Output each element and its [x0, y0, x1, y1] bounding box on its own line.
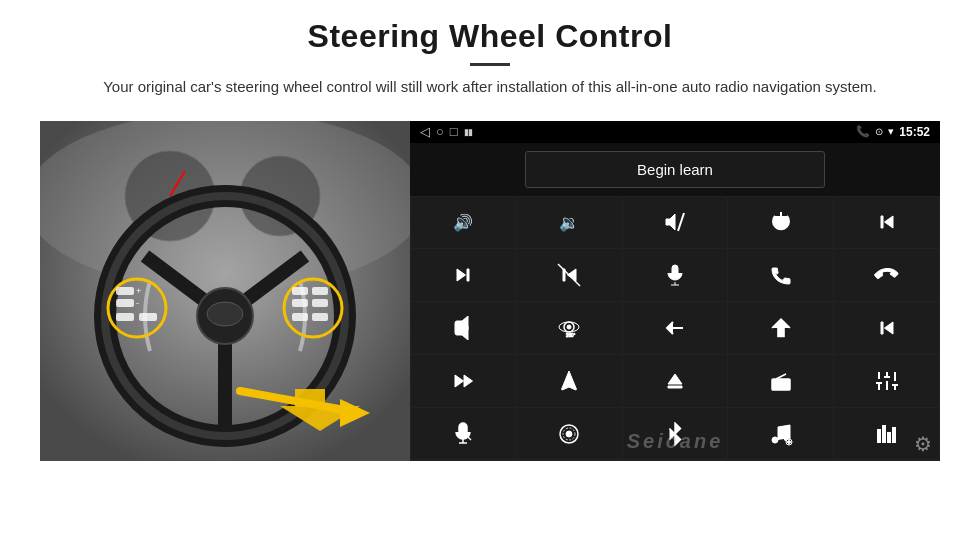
svg-line-34	[558, 264, 580, 286]
prev-track-end-button[interactable]	[834, 197, 939, 249]
power-button[interactable]	[728, 197, 833, 249]
steering-wheel-image: + -	[40, 121, 410, 461]
svg-rect-14	[116, 287, 134, 295]
vol-up-button[interactable]: 🔊	[411, 197, 516, 249]
phone-call-button[interactable]	[728, 249, 833, 301]
fast-fwd-button[interactable]	[411, 355, 516, 407]
begin-learn-button[interactable]: Begin learn	[525, 151, 825, 188]
recents-nav-icon[interactable]: □	[450, 124, 458, 139]
radio-button[interactable]	[728, 355, 833, 407]
controls-grid: 🔊 🔉	[410, 196, 940, 461]
svg-rect-19	[139, 313, 157, 321]
svg-rect-25	[292, 313, 308, 321]
skip-fwd-button[interactable]	[411, 249, 516, 301]
horn-button[interactable]	[411, 302, 516, 354]
android-statusbar: ◁ ○ □ ▮▮ 📞 ⊙ ▾ 15:52	[410, 121, 940, 143]
svg-rect-23	[292, 299, 308, 307]
svg-rect-15	[116, 299, 134, 307]
location-icon: ⊙	[875, 126, 883, 137]
android-screen: ◁ ○ □ ▮▮ 📞 ⊙ ▾ 15:52 Begin learn	[410, 121, 940, 461]
svg-point-37	[567, 325, 571, 329]
content-row: + -	[40, 121, 940, 461]
svg-rect-67	[888, 433, 890, 442]
statusbar-right: 📞 ⊙ ▾ 15:52	[856, 125, 930, 139]
svg-rect-24	[312, 299, 328, 307]
settings-round-button[interactable]	[517, 408, 622, 460]
svg-text:🔉: 🔉	[559, 213, 579, 232]
svg-line-33	[678, 213, 684, 231]
time-display: 15:52	[899, 125, 930, 139]
svg-point-64	[787, 440, 790, 443]
home-nav-icon[interactable]: ○	[436, 124, 444, 139]
subtitle: Your original car's steering wheel contr…	[100, 76, 880, 99]
mic-button[interactable]	[623, 249, 728, 301]
eject-button[interactable]	[623, 355, 728, 407]
title-section: Steering Wheel Control Your original car…	[40, 18, 940, 113]
begin-learn-row: Begin learn	[410, 143, 940, 196]
svg-rect-22	[312, 287, 328, 295]
navigation-button[interactable]	[517, 355, 622, 407]
svg-rect-40	[778, 328, 784, 337]
wifi-icon: ▾	[888, 125, 894, 138]
gear-icon[interactable]: ⚙	[914, 432, 932, 456]
svg-text:-: -	[136, 298, 139, 308]
hang-up-button[interactable]	[834, 249, 939, 301]
svg-rect-21	[292, 287, 308, 295]
statusbar-left: ◁ ○ □ ▮▮	[420, 124, 472, 139]
phone-icon: 📞	[856, 125, 870, 138]
svg-rect-65	[878, 430, 880, 442]
signal-icon: ▮▮	[464, 127, 472, 137]
svg-point-61	[772, 437, 778, 443]
home-button[interactable]	[728, 302, 833, 354]
svg-rect-66	[883, 426, 885, 442]
svg-point-42	[775, 382, 779, 386]
page-title: Steering Wheel Control	[40, 18, 940, 55]
equalizer-button[interactable]	[834, 355, 939, 407]
svg-text:+: +	[136, 286, 141, 296]
svg-text:360°: 360°	[566, 333, 576, 338]
svg-point-12	[207, 302, 243, 326]
svg-point-59	[566, 431, 572, 437]
svg-text:🔊: 🔊	[453, 213, 473, 232]
360-camera-button[interactable]: 360°	[517, 302, 622, 354]
back-nav-icon[interactable]: ◁	[420, 124, 430, 139]
mic2-button[interactable]	[411, 408, 516, 460]
music-button[interactable]	[728, 408, 833, 460]
mute-button[interactable]	[623, 197, 728, 249]
svg-rect-68	[893, 428, 895, 442]
bluetooth-button[interactable]	[623, 408, 728, 460]
back-button[interactable]	[623, 302, 728, 354]
svg-rect-26	[312, 313, 328, 321]
skip-prev-button[interactable]	[517, 249, 622, 301]
title-divider	[470, 63, 510, 66]
svg-rect-18	[116, 313, 134, 321]
page-wrapper: Steering Wheel Control Your original car…	[0, 0, 980, 548]
skip-back-button[interactable]	[834, 302, 939, 354]
vol-down-button[interactable]: 🔉	[517, 197, 622, 249]
